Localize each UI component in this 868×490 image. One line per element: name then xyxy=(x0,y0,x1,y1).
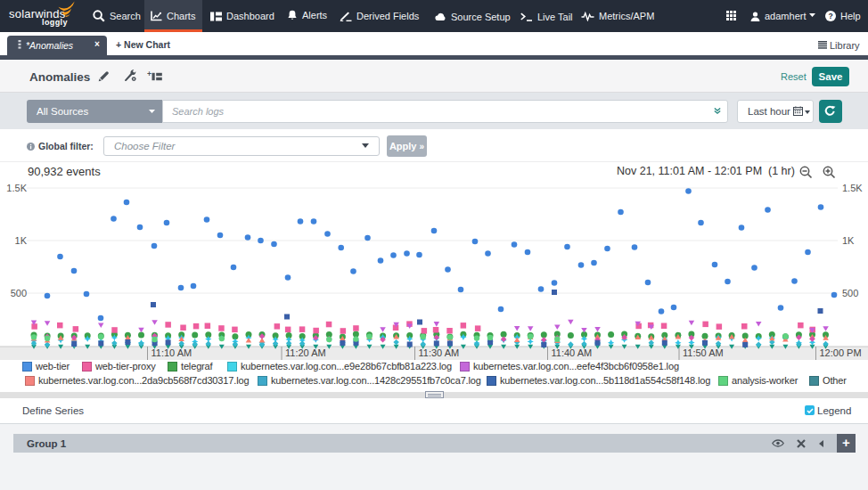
svg-text:1.5K: 1.5K xyxy=(842,183,863,193)
svg-text:500: 500 xyxy=(842,288,858,298)
svg-text:1.5K: 1.5K xyxy=(6,183,27,193)
svg-text:1K: 1K xyxy=(15,235,28,246)
svg-text:1K: 1K xyxy=(842,235,855,246)
svg-text:12:00 PM: 12:00 PM xyxy=(820,347,862,358)
svg-text:11:40 AM: 11:40 AM xyxy=(552,347,593,358)
svg-text:11:50 AM: 11:50 AM xyxy=(683,347,724,358)
svg-text:500: 500 xyxy=(11,288,27,298)
svg-text:?: ? xyxy=(828,12,832,20)
svg-text:11:20 AM: 11:20 AM xyxy=(285,347,326,358)
svg-text:11:30 AM: 11:30 AM xyxy=(419,347,460,358)
svg-text:11:10 AM: 11:10 AM xyxy=(151,347,192,358)
svg-text:+: + xyxy=(147,71,151,78)
